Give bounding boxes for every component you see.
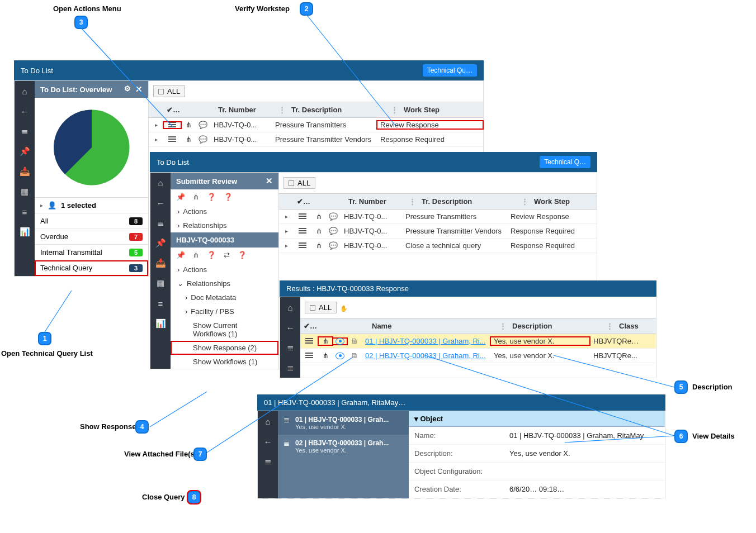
tree-actions-2[interactable]: ›Actions bbox=[171, 263, 278, 277]
comment-icon[interactable]: 💬 bbox=[196, 121, 210, 129]
comment-icon[interactable]: 💬 bbox=[326, 212, 341, 221]
actions-menu-icon[interactable] bbox=[163, 136, 181, 143]
close-icon[interactable]: ✕ bbox=[135, 84, 143, 94]
all-toggle[interactable]: ALL bbox=[153, 85, 185, 97]
col-class[interactable]: Class bbox=[616, 322, 656, 330]
share-icon[interactable]: ⋔ bbox=[311, 241, 326, 250]
gear-icon[interactable]: ⚙ bbox=[124, 84, 131, 94]
col-trnum[interactable]: Tr. Number bbox=[215, 106, 276, 114]
object-section-header[interactable]: ▾ Object bbox=[409, 411, 665, 427]
home-icon[interactable]: ⌂ bbox=[150, 173, 171, 193]
filter-technical-query[interactable]: Technical Query3 bbox=[35, 260, 148, 276]
tree-show-workflows[interactable]: Show Workflows (1) bbox=[171, 355, 278, 369]
inbox-icon[interactable]: 📥 bbox=[15, 161, 35, 182]
actions-menu-icon[interactable] bbox=[294, 242, 311, 249]
all-toggle[interactable]: ALL bbox=[284, 177, 315, 189]
technical-query-tab[interactable]: Technical Qu… bbox=[423, 64, 477, 77]
list-icon[interactable]: ≣ bbox=[15, 121, 35, 141]
menu-icon[interactable]: ≡ bbox=[15, 202, 35, 222]
col-wstep[interactable]: Work Step bbox=[400, 106, 483, 114]
tree-relationships-2[interactable]: ⌄Relationships bbox=[171, 277, 278, 291]
actions-menu-icon[interactable] bbox=[163, 122, 181, 129]
back-icon[interactable]: ← bbox=[280, 317, 300, 337]
tree-facility[interactable]: ›Facility / PBS bbox=[171, 304, 278, 318]
table-row[interactable]: ▸ ⋔ 💬 HBJV-TQ-0... Pressure Transmitters… bbox=[149, 118, 483, 132]
list-alt-icon[interactable]: ≣ bbox=[280, 358, 300, 378]
col-wstep[interactable]: Work Step bbox=[531, 197, 597, 206]
inbox-icon[interactable]: 📥 bbox=[150, 253, 171, 273]
home-icon[interactable]: ⌂ bbox=[258, 411, 278, 431]
eye-icon[interactable] bbox=[333, 353, 347, 359]
actions-menu-icon[interactable] bbox=[300, 353, 318, 359]
col-name[interactable]: Name bbox=[368, 322, 497, 330]
tree-current-workflows[interactable]: Show Current Workflows (1) bbox=[171, 318, 278, 341]
table-row[interactable]: ▸ ⋔ 💬 HBJV-TQ-0... Pressure Transmitter … bbox=[279, 224, 597, 239]
filter-all[interactable]: All8 bbox=[35, 213, 148, 229]
filter-overdue[interactable]: Overdue7 bbox=[35, 229, 148, 245]
home-icon[interactable]: ⌂ bbox=[280, 297, 300, 317]
share-icon[interactable]: ⋔ bbox=[181, 135, 196, 144]
tree-show-response-label: Show Response (2) bbox=[193, 344, 257, 352]
col-trdesc[interactable]: Tr. Description bbox=[288, 106, 389, 114]
comment-icon[interactable]: 💬 bbox=[196, 135, 210, 144]
list-icon[interactable]: ≣ bbox=[258, 451, 278, 472]
tree-actions[interactable]: ›Actions bbox=[171, 204, 278, 218]
share-icon[interactable]: ⋔ bbox=[311, 227, 326, 235]
all-toggle[interactable]: ALL bbox=[305, 302, 337, 313]
grid-icon[interactable]: ▦ bbox=[150, 273, 171, 293]
back-icon[interactable]: ← bbox=[15, 101, 35, 121]
callout-badge-5: 5 bbox=[674, 380, 688, 394]
chart-icon[interactable]: 📊 bbox=[150, 313, 171, 334]
cell-name-link[interactable]: 02 | HBJV-TQ-000033 | Graham, Ri... bbox=[362, 351, 490, 360]
col-desc[interactable]: Description bbox=[509, 322, 604, 330]
pin-icon[interactable]: 📌 bbox=[150, 233, 171, 253]
table-row[interactable]: ▸ ⋔ 💬 HBJV-TQ-0... Pressure Transmitters… bbox=[279, 210, 597, 224]
list-icon[interactable]: ≣ bbox=[150, 213, 171, 233]
cell-name-link[interactable]: 01 | HBJV-TQ-000033 | Graham, Ri... bbox=[362, 337, 490, 345]
help-icon[interactable]: ❓ bbox=[238, 251, 247, 259]
pin-icon[interactable]: 📌 bbox=[15, 141, 35, 161]
tree-doc-metadata[interactable]: ›Doc Metadata bbox=[171, 291, 278, 304]
share-icon[interactable]: ⋔ bbox=[193, 193, 199, 201]
list-icon[interactable]: ≣ bbox=[280, 337, 300, 358]
list-item[interactable]: ≣ 01 | HBJV-TQ-000033 | Grah... Yes, use… bbox=[278, 411, 409, 435]
share-icon[interactable]: ⋔ bbox=[311, 212, 326, 221]
actions-menu-icon[interactable] bbox=[294, 213, 311, 220]
home-icon[interactable]: ⌂ bbox=[15, 81, 35, 101]
back-icon[interactable]: ← bbox=[150, 193, 171, 213]
pin-icon[interactable]: 📌 bbox=[176, 193, 185, 201]
comment-icon[interactable]: 💬 bbox=[326, 241, 341, 250]
help-icon[interactable]: ❓ bbox=[207, 193, 216, 201]
share-icon[interactable]: ⋔ bbox=[318, 351, 333, 360]
menu-icon[interactable]: ≡ bbox=[150, 293, 171, 313]
grid-icon[interactable]: ▦ bbox=[15, 182, 35, 202]
eye-icon[interactable] bbox=[333, 338, 347, 345]
actions-menu-icon[interactable] bbox=[300, 338, 318, 345]
chart-icon[interactable]: 📊 bbox=[15, 222, 35, 242]
field-value: Yes, use vendor X. bbox=[509, 449, 659, 458]
table-row[interactable]: ▸ ⋔ 💬 HBJV-TQ-0... Pressure Transmitter … bbox=[149, 132, 483, 147]
help-icon[interactable]: ❓ bbox=[207, 251, 216, 259]
table-row[interactable]: ⋔ 🗎 01 | HBJV-TQ-000033 | Graham, Ri... … bbox=[300, 334, 656, 349]
workflow-icon[interactable]: ⇄ bbox=[224, 251, 230, 259]
list-item[interactable]: ≣ 02 | HBJV-TQ-000033 | Grah... Yes, use… bbox=[278, 435, 409, 458]
tree-relationships[interactable]: ›Relationships bbox=[171, 218, 278, 232]
table-row[interactable]: ⋔ 🗎 02 | HBJV-TQ-000033 | Graham, Ri... … bbox=[300, 349, 656, 363]
col-trnum[interactable]: Tr. Number bbox=[345, 197, 407, 206]
help-icon[interactable]: ❓ bbox=[224, 193, 233, 201]
back-icon[interactable]: ← bbox=[258, 431, 278, 451]
tree-show-response[interactable]: Show Response (2) bbox=[171, 341, 278, 355]
share-icon[interactable]: ⋔ bbox=[181, 121, 196, 129]
close-icon[interactable]: ✕ bbox=[266, 176, 273, 186]
selected-row[interactable]: ▸👤1 selected bbox=[35, 197, 148, 213]
actions-menu-icon[interactable] bbox=[294, 228, 311, 235]
item-header: HBJV-TQ-000033 bbox=[171, 232, 278, 248]
table-row[interactable]: ▸ ⋔ 💬 HBJV-TQ-0... Close a technical que… bbox=[279, 239, 597, 253]
col-trdesc[interactable]: Tr. Description bbox=[418, 197, 519, 206]
technical-query-tab[interactable]: Technical Q… bbox=[540, 156, 590, 168]
filter-internal-transmittal[interactable]: Internal Transmittal5 bbox=[35, 245, 148, 260]
pin-icon[interactable]: 📌 bbox=[176, 251, 185, 259]
share-icon[interactable]: ⋔ bbox=[318, 337, 333, 345]
comment-icon[interactable]: 💬 bbox=[326, 227, 341, 235]
share-icon[interactable]: ⋔ bbox=[193, 251, 199, 259]
